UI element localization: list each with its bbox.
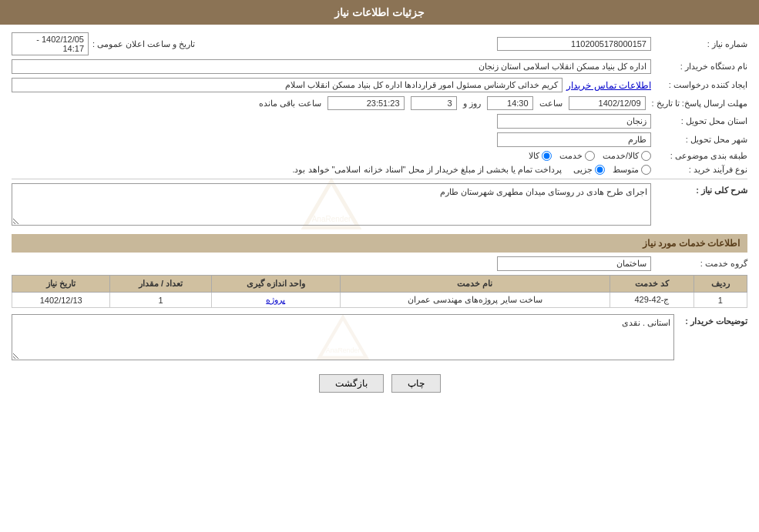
shomare-niaz-value: 1102005178000157 <box>497 37 651 51</box>
mohlat-roz: 3 <box>411 96 457 110</box>
radio-jozi-input[interactable] <box>595 165 605 175</box>
table-cell: 1 <box>110 293 211 308</box>
shahr-label: شهر محل تحویل : <box>655 135 747 145</box>
row-gerohe: گروه خدمت : ساختمان <box>12 256 747 271</box>
shahr-value: طارم <box>497 132 651 147</box>
tarikh-label: تاریخ و ساعت اعلان عمومی : <box>92 39 195 49</box>
table-cell: 1402/12/13 <box>12 293 110 308</box>
main-content: شماره نیاز : 1102005178000157 تاریخ و سا… <box>0 25 759 408</box>
divider1 <box>12 179 747 179</box>
ostan-label: استان محل تحویل : <box>655 116 747 126</box>
radio-kala-khedmat-input[interactable] <box>641 151 651 161</box>
sharh-label: شرح کلی نیاز : <box>655 183 747 196</box>
sharh-value: اجرای طرح هادی در روستای میدان مطهری شهر… <box>440 187 647 197</box>
radio-khedmat-label: خدمت <box>559 151 583 161</box>
print-button[interactable]: چاپ <box>391 374 441 393</box>
mohlat-label: مهلت ارسال پاسخ: تا تاریخ : <box>652 99 747 109</box>
row-nam-dastgah: نام دستگاه خریدار : اداره کل بنیاد مسکن … <box>12 59 747 74</box>
col-tarikh: تاریخ نیاز <box>12 276 110 293</box>
buyer-desc-value: استانی . نقدی <box>622 318 670 328</box>
row-sharh: شرح کلی نیاز : AnaRender اجرای طرح هادی … <box>12 183 747 228</box>
noe-farayand-label: نوع فرآیند خرید : <box>655 165 747 175</box>
saat-label: ساعت <box>539 99 563 109</box>
tabaqe-label: طبقه بندی موضوعی : <box>655 151 747 161</box>
col-name: نام خدمت <box>340 276 610 293</box>
row-shomare-tarikh: شماره نیاز : 1102005178000157 تاریخ و سا… <box>12 32 747 55</box>
col-vahed: واحد اندازه گیری <box>211 276 340 293</box>
sharh-container: AnaRender اجرای طرح هادی در روستای میدان… <box>12 183 651 228</box>
page-header: جزئیات اطلاعات نیاز <box>0 0 759 25</box>
page-wrapper: جزئیات اطلاعات نیاز شماره نیاز : 1102005… <box>0 0 759 532</box>
row-ijad-konande: ایجاد کننده درخواست : اطلاعات تماس خریدا… <box>12 78 747 92</box>
btn-row: چاپ بازگشت <box>12 374 747 393</box>
farayand-note: پرداخت تمام یا بخشی از مبلغ خریدار از مح… <box>292 165 562 175</box>
contact-link[interactable]: اطلاعات تماس خریدار <box>566 80 651 91</box>
services-table-wrapper: ردیف کد خدمت نام خدمت واحد اندازه گیری ت… <box>12 275 747 308</box>
remaining-label: ساعت باقی مانده <box>259 99 321 109</box>
ijad-konande-value: کریم خدائی کارشناس مسئول امور قراردادها … <box>12 78 563 92</box>
shomare-niaz-label: شماره نیاز : <box>655 39 747 49</box>
radio-motevaset-input[interactable] <box>641 165 651 175</box>
table-cell: 1 <box>694 293 747 308</box>
gerohe-label: گروه خدمت : <box>655 259 747 269</box>
mohlat-saat: 14:30 <box>487 96 533 110</box>
radio-kala-label: کالا <box>529 151 539 161</box>
radio-jozi-label: جزیی <box>573 165 593 175</box>
services-section-title: اطلاعات خدمات مورد نیاز <box>12 234 747 253</box>
buyer-desc-label: توضیحات خریدار : <box>678 314 747 326</box>
radio-khedmat: خدمت <box>559 151 595 161</box>
roz-label: روز و <box>463 99 481 109</box>
tarikh-value: 1402/12/05 - 14:17 <box>12 32 89 55</box>
radio-motevaset: متوسط <box>613 165 651 175</box>
radio-kala-khedmat: کالا/خدمت <box>603 151 651 161</box>
radio-motevaset-label: متوسط <box>613 165 639 175</box>
radio-kala-input[interactable] <box>542 151 552 161</box>
row-tabaqe: طبقه بندی موضوعی : کالا/خدمت خدمت کالا <box>12 151 747 161</box>
services-table: ردیف کد خدمت نام خدمت واحد اندازه گیری ت… <box>12 275 747 308</box>
col-tedad: تعداد / مقدار <box>110 276 211 293</box>
buyer-desc-container: استانی . نقدی AnaRender <box>12 314 674 363</box>
ostan-value: زنجان <box>497 114 651 129</box>
radio-khedmat-input[interactable] <box>585 151 595 161</box>
radio-kala-khedmat-label: کالا/خدمت <box>603 151 639 161</box>
row-buyer-desc: توضیحات خریدار : استانی . نقدی AnaRender <box>12 314 747 363</box>
col-radif: ردیف <box>694 276 747 293</box>
row-shahr: شهر محل تحویل : طارم <box>12 132 747 147</box>
table-cell: پروژه <box>211 293 340 308</box>
table-cell: ساخت سایر پروژه‌های مهندسی عمران <box>340 293 610 308</box>
radio-jozi: جزیی <box>573 165 605 175</box>
table-body: 1ج-42-429ساخت سایر پروژه‌های مهندسی عمرا… <box>12 293 747 308</box>
back-button[interactable]: بازگشت <box>319 374 384 393</box>
col-kod: کد خدمت <box>610 276 694 293</box>
farayand-radio-group: متوسط جزیی <box>573 165 651 175</box>
radio-kala: کالا <box>529 151 552 161</box>
row-ostan: استان محل تحویل : زنجان <box>12 114 747 129</box>
table-header-row: ردیف کد خدمت نام خدمت واحد اندازه گیری ت… <box>12 276 747 293</box>
tabaqe-radio-group: کالا/خدمت خدمت کالا <box>529 151 651 161</box>
nam-dastgah-value: اداره کل بنیاد مسکن انقلاب اسلامی استان … <box>12 59 651 74</box>
table-cell: ج-42-429 <box>610 293 694 308</box>
table-row: 1ج-42-429ساخت سایر پروژه‌های مهندسی عمرا… <box>12 293 747 308</box>
ijad-konande-label: ایجاد کننده درخواست : <box>655 80 747 90</box>
nam-dastgah-label: نام دستگاه خریدار : <box>655 62 747 72</box>
row-noe-farayand: نوع فرآیند خرید : متوسط جزیی پرداخت تمام… <box>12 165 747 175</box>
header-title: جزئیات اطلاعات نیاز <box>334 6 425 18</box>
mohlat-remaining: 23:51:23 <box>327 96 405 110</box>
mohlat-date: 1402/12/09 <box>569 96 646 110</box>
row-mohlat: مهلت ارسال پاسخ: تا تاریخ : 1402/12/09 س… <box>12 96 747 110</box>
buyer-desc-textarea[interactable] <box>12 314 674 360</box>
gerohe-value: ساختمان <box>497 256 651 271</box>
